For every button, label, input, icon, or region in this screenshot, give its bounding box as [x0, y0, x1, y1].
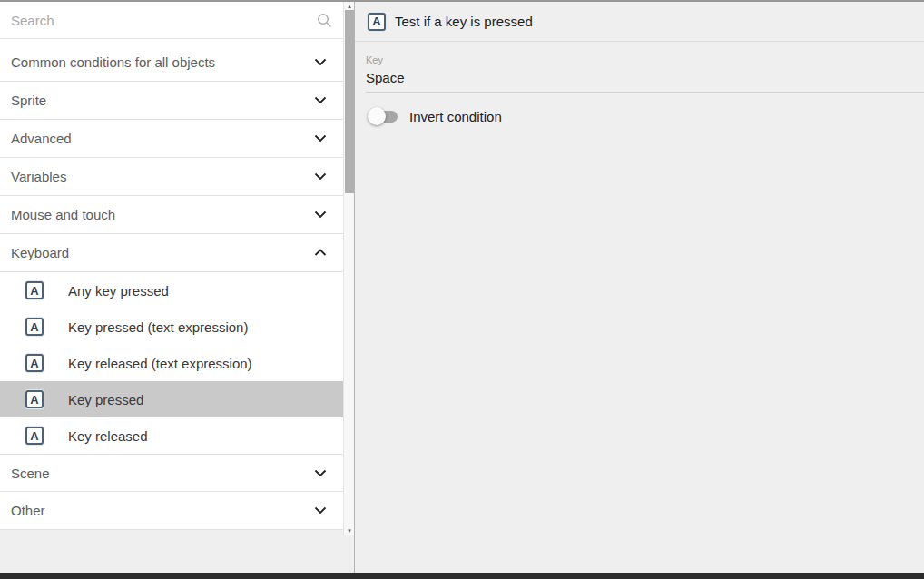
invert-condition-row: Invert condition: [368, 107, 924, 125]
chevron-down-icon: [314, 134, 327, 142]
keyboard-key-icon: A: [25, 281, 44, 299]
category-label: Mouse and touch: [11, 207, 115, 222]
category-label: Sprite: [11, 93, 46, 108]
chevron-down-icon: [314, 211, 327, 219]
condition-header: A Test if a key is pressed: [355, 2, 924, 42]
category-label: Scene: [11, 466, 50, 481]
category-sprite[interactable]: Sprite: [0, 82, 343, 120]
search-icon: [317, 13, 332, 28]
condition-item-key-released-text-expression[interactable]: A Key released (text expression): [0, 345, 343, 381]
condition-item-any-key-pressed[interactable]: A Any key pressed: [0, 272, 343, 309]
category-label: Variables: [11, 169, 66, 184]
search-input[interactable]: [11, 13, 317, 28]
condition-item-label: Key released: [68, 428, 148, 444]
key-field: Key Space: [355, 42, 924, 93]
conditions-sidebar: Common conditions for all objects Sprite…: [0, 2, 343, 530]
category-other[interactable]: Other: [0, 492, 343, 530]
category-keyboard[interactable]: Keyboard: [0, 234, 343, 272]
chevron-down-icon: [314, 58, 327, 66]
key-field-value[interactable]: Space: [366, 70, 924, 93]
category-label: Common conditions for all objects: [11, 54, 215, 70]
category-scene[interactable]: Scene: [0, 454, 343, 492]
keyboard-key-icon: A: [368, 13, 386, 31]
window-bottom-edge: [0, 573, 924, 579]
keyboard-key-icon: A: [25, 390, 44, 408]
keyboard-key-icon: A: [25, 427, 44, 445]
chevron-down-icon: [314, 96, 327, 104]
invert-condition-label: Invert condition: [409, 109, 502, 124]
condition-item-label: Key pressed: [68, 392, 143, 407]
category-label: Other: [11, 503, 45, 518]
search-bar: [0, 2, 343, 39]
category-label: Advanced: [11, 131, 72, 146]
category-advanced[interactable]: Advanced: [0, 120, 343, 158]
condition-item-label: Key released (text expression): [68, 356, 252, 371]
condition-item-key-pressed[interactable]: A Key pressed: [0, 381, 343, 417]
condition-detail-panel: A Test if a key is pressed Key Space Inv…: [355, 2, 924, 573]
category-mouse-and-touch[interactable]: Mouse and touch: [0, 196, 343, 234]
keyboard-key-icon: A: [25, 354, 44, 372]
condition-item-label: Key pressed (text expression): [68, 319, 248, 335]
invert-condition-toggle[interactable]: [368, 107, 398, 125]
chevron-up-icon: [314, 249, 327, 257]
keyboard-key-icon: A: [25, 318, 44, 336]
condition-item-key-released[interactable]: A Key released: [0, 417, 343, 454]
category-common-conditions[interactable]: Common conditions for all objects: [0, 44, 343, 82]
chevron-down-icon: [314, 469, 327, 477]
category-label: Keyboard: [11, 245, 69, 260]
sidebar-scrollbar[interactable]: ▲ ▼: [343, 2, 354, 535]
chevron-down-icon: [314, 506, 327, 515]
key-field-label: Key: [366, 54, 924, 65]
toggle-thumb-icon: [368, 107, 386, 125]
condition-title: Test if a key is pressed: [395, 14, 533, 29]
scrollbar-thumb[interactable]: [345, 10, 354, 193]
condition-item-key-pressed-text-expression[interactable]: A Key pressed (text expression): [0, 309, 343, 345]
chevron-down-icon: [314, 172, 327, 181]
condition-item-label: Any key pressed: [68, 283, 169, 299]
category-variables[interactable]: Variables: [0, 158, 343, 196]
